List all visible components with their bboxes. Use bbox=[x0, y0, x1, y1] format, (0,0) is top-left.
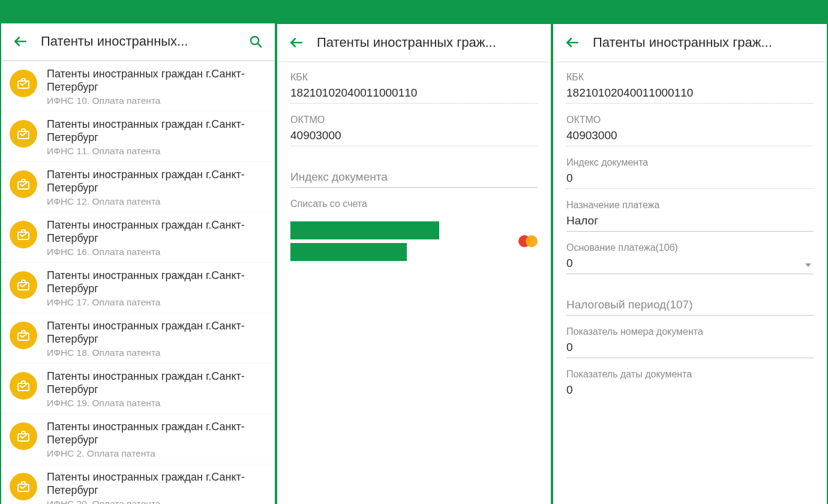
oktmo-field: ОКТМО 40903000 bbox=[566, 104, 814, 146]
account-selector[interactable] bbox=[290, 213, 538, 261]
form-content[interactable]: КБК 18210102040011000110 ОКТМО 40903000 … bbox=[277, 61, 551, 504]
list-item[interactable]: Патенты иностранных граждан г.Санкт-Пете… bbox=[1, 212, 275, 262]
list-item-sub: ИФНС 19. Оплата патента bbox=[47, 398, 265, 409]
briefcase-icon bbox=[10, 120, 37, 148]
list-item[interactable]: Патенты иностранных граждан г.Санкт-Пете… bbox=[1, 364, 275, 413]
kbk-field: КБК 18210102040011000110 bbox=[566, 61, 814, 104]
briefcase-icon bbox=[10, 70, 37, 97]
oktmo-value[interactable]: 40903000 bbox=[566, 129, 814, 146]
docnum-label: Показатель номера документа bbox=[566, 326, 814, 337]
docnum-value[interactable]: 0 bbox=[566, 341, 814, 358]
oktmo-field: ОКТМО 40903000 bbox=[290, 104, 538, 146]
screen-form-detailed: Патенты иностранных граж... КБК 18210102… bbox=[552, 0, 828, 504]
docdate-field: Показатель даты документа 0 bbox=[566, 358, 814, 400]
back-button[interactable] bbox=[560, 31, 584, 55]
back-arrow-icon bbox=[289, 35, 304, 50]
list-item-text: Патенты иностранных граждан г.Санкт-Пете… bbox=[47, 118, 265, 157]
briefcase-icon bbox=[10, 170, 37, 198]
list-item-text: Патенты иностранных граждан г.Санкт-Пете… bbox=[47, 67, 265, 106]
back-button[interactable] bbox=[284, 31, 308, 55]
briefcase-icon bbox=[10, 473, 37, 500]
period-placeholder: Налоговый период(107) bbox=[566, 298, 814, 316]
app-bar: Патенты иностранных... bbox=[1, 23, 275, 60]
basis-label: Основание платежа(106) bbox=[566, 242, 814, 253]
screen-list: Патенты иностранных... Патенты иностранн… bbox=[0, 0, 276, 504]
redacted-line bbox=[290, 243, 407, 261]
list-item-title: Патенты иностранных граждан г.Санкт-Пете… bbox=[47, 118, 265, 145]
list-content[interactable]: Патенты иностранных граждан г.Санкт-Пете… bbox=[1, 60, 275, 504]
account-label: Списать со счета bbox=[290, 199, 538, 209]
screen-form-initial: Патенты иностранных граж... КБК 18210102… bbox=[276, 0, 552, 504]
list-item-text: Патенты иностранных граждан г.Санкт-Пете… bbox=[47, 168, 265, 207]
basis-field[interactable]: Основание платежа(106) 0 bbox=[566, 232, 814, 274]
back-arrow-icon bbox=[565, 35, 580, 50]
briefcase-icon bbox=[10, 422, 37, 450]
oktmo-label: ОКТМО bbox=[566, 115, 814, 125]
search-button[interactable] bbox=[244, 29, 268, 53]
list-item-text: Патенты иностранных граждан г.Санкт-Пете… bbox=[47, 470, 265, 504]
page-title: Патенты иностранных... bbox=[32, 34, 244, 49]
back-button[interactable] bbox=[8, 29, 32, 53]
briefcase-icon bbox=[10, 372, 37, 400]
briefcase-icon bbox=[10, 221, 37, 248]
account-field: Списать со счета bbox=[290, 188, 538, 209]
redacted-line bbox=[290, 221, 439, 239]
list-item-title: Патенты иностранных граждан г.Санкт-Пете… bbox=[47, 319, 265, 346]
docdate-value[interactable]: 0 bbox=[566, 383, 814, 400]
kbk-value[interactable]: 18210102040011000110 bbox=[290, 86, 538, 104]
list-item-sub: ИФНС 10. Оплата патента bbox=[47, 95, 265, 106]
list-item-sub: ИФНС 20. Оплата патента bbox=[47, 499, 265, 504]
list-item[interactable]: Патенты иностранных граждан г.Санкт-Пете… bbox=[1, 313, 275, 363]
mastercard-icon bbox=[518, 235, 538, 247]
account-redacted bbox=[290, 221, 439, 261]
kbk-field: КБК 18210102040011000110 bbox=[290, 61, 538, 104]
status-bar bbox=[277, 0, 551, 24]
list-item-title: Патенты иностранных граждан г.Санкт-Пете… bbox=[47, 168, 265, 195]
list-item-text: Патенты иностранных граждан г.Санкт-Пете… bbox=[47, 319, 265, 358]
purpose-label: Назначение платежа bbox=[566, 200, 814, 211]
list-item[interactable]: Патенты иностранных граждан г.Санкт-Пете… bbox=[1, 263, 275, 313]
app-bar: Патенты иностранных граж... bbox=[553, 24, 827, 61]
back-arrow-icon bbox=[13, 34, 28, 49]
status-bar bbox=[553, 0, 827, 24]
status-bar bbox=[1, 0, 275, 23]
list-item-sub: ИФНС 16. Оплата патента bbox=[47, 247, 265, 257]
oktmo-value[interactable]: 40903000 bbox=[290, 129, 538, 146]
list-item-text: Патенты иностранных граждан г.Санкт-Пете… bbox=[47, 218, 265, 257]
docindex-field[interactable]: Индекс документа bbox=[290, 146, 538, 188]
kbk-label: КБК bbox=[290, 72, 538, 83]
list-item-title: Патенты иностранных граждан г.Санкт-Пете… bbox=[47, 420, 265, 447]
form-content[interactable]: КБК 18210102040011000110 ОКТМО 40903000 … bbox=[553, 61, 827, 504]
list-item[interactable]: Патенты иностранных граждан г.Санкт-Пете… bbox=[1, 414, 275, 464]
kbk-label: КБК bbox=[566, 72, 814, 83]
list-item-text: Патенты иностранных граждан г.Санкт-Пете… bbox=[47, 269, 265, 308]
svg-line-2 bbox=[258, 44, 262, 47]
list-item-text: Патенты иностранных граждан г.Санкт-Пете… bbox=[47, 370, 265, 409]
briefcase-icon bbox=[10, 322, 37, 349]
basis-value: 0 bbox=[566, 257, 814, 274]
list-item-text: Патенты иностранных граждан г.Санкт-Пете… bbox=[47, 420, 265, 459]
list-item-sub: ИФНС 2. Оплата патента bbox=[47, 448, 265, 459]
list-item[interactable]: Патенты иностранных граждан г.Санкт-Пете… bbox=[1, 61, 275, 111]
search-icon bbox=[248, 34, 263, 49]
list-item-sub: ИФНС 11. Оплата патента bbox=[47, 146, 265, 157]
list-item[interactable]: Патенты иностранных граждан г.Санкт-Пете… bbox=[1, 112, 275, 161]
purpose-field: Назначение платежа Налог bbox=[566, 189, 814, 232]
docindex-placeholder: Индекс документа bbox=[290, 170, 538, 188]
briefcase-icon bbox=[10, 271, 37, 299]
list-item[interactable]: Патенты иностранных граждан г.Санкт-Пете… bbox=[1, 162, 275, 212]
list-item-title: Патенты иностранных граждан г.Санкт-Пете… bbox=[47, 370, 265, 397]
docindex-value[interactable]: 0 bbox=[566, 172, 814, 189]
kbk-value[interactable]: 18210102040011000110 bbox=[566, 86, 814, 104]
docindex-label: Индекс документа bbox=[566, 157, 814, 168]
list-item-sub: ИФНС 17. Оплата патента bbox=[47, 297, 265, 308]
list-item[interactable]: Патенты иностранных граждан г.Санкт-Пете… bbox=[1, 464, 275, 504]
docindex-field: Индекс документа 0 bbox=[566, 146, 814, 189]
purpose-value[interactable]: Налог bbox=[566, 214, 814, 232]
docnum-field: Показатель номера документа 0 bbox=[566, 316, 814, 358]
list-item-sub: ИФНС 12. Оплата патента bbox=[47, 196, 265, 207]
docdate-label: Показатель даты документа bbox=[566, 369, 814, 380]
page-title: Патенты иностранных граж... bbox=[308, 35, 544, 50]
chevron-down-icon bbox=[805, 263, 811, 267]
period-field[interactable]: Налоговый период(107) bbox=[566, 274, 814, 316]
